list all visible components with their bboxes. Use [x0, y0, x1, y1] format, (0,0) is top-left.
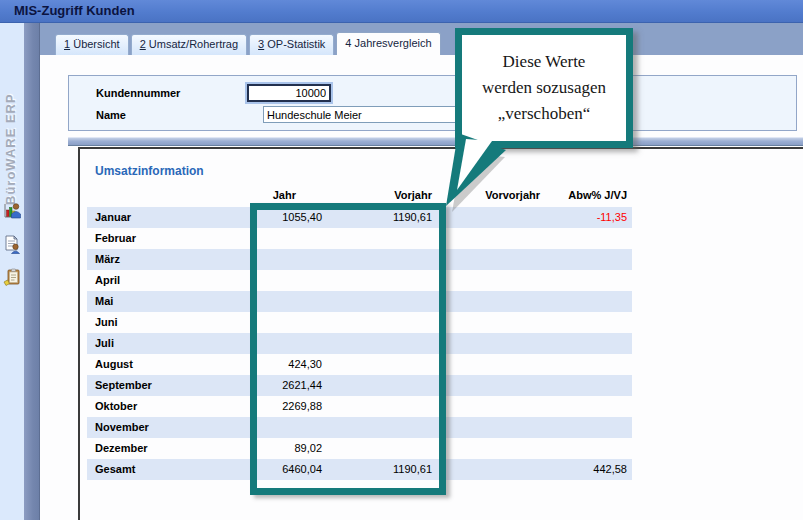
cell-month: Gesamt — [87, 459, 247, 480]
cell-month: Juli — [87, 333, 247, 354]
cell-vorvorjahr — [432, 375, 540, 396]
tab-3-opstatistik[interactable]: 3 OP-Statistik — [249, 34, 334, 55]
tab-1-bersicht[interactable]: 1 Übersicht — [55, 34, 129, 55]
cell-vorvorjahr — [432, 312, 540, 333]
cell-abw — [540, 438, 632, 459]
cell-vorvorjahr — [432, 438, 540, 459]
column-header-jahr: Jahr — [247, 188, 322, 203]
table-frame-top — [78, 147, 803, 149]
table-frame-left — [78, 147, 80, 520]
tab-2-umsatzrohertrag[interactable]: 2 Umsatz/Rohertrag — [131, 34, 247, 55]
cell-month: April — [87, 270, 247, 291]
cell-abw — [540, 396, 632, 417]
cell-abw — [540, 354, 632, 375]
cell-month: März — [87, 249, 247, 270]
section-divider — [68, 137, 803, 146]
cell-month: September — [87, 375, 247, 396]
callout-bubble: Diese Werte werden sozusagen „verschoben… — [455, 28, 633, 148]
cell-abw — [540, 375, 632, 396]
cell-vorvorjahr — [432, 207, 540, 228]
column-header-abw: Abw% J/VJ — [540, 188, 632, 203]
cell-vorvorjahr — [432, 270, 540, 291]
cell-abw — [540, 270, 632, 291]
cell-vorvorjahr — [432, 228, 540, 249]
sidebar: BüroWARE ERP — [0, 23, 24, 520]
cell-abw — [540, 249, 632, 270]
tab-4-jahresvergleich[interactable]: 4 Jahresvergleich — [336, 32, 440, 55]
cell-month: November — [87, 417, 247, 438]
cell-abw — [540, 228, 632, 249]
cell-month: Mai — [87, 291, 247, 312]
column-header-month — [87, 188, 247, 203]
cell-abw — [540, 312, 632, 333]
customer-statistics-icon[interactable] — [2, 201, 22, 221]
customer-report-icon[interactable] — [2, 234, 22, 254]
cell-month: Februar — [87, 228, 247, 249]
cell-vorvorjahr — [432, 396, 540, 417]
table-header-row: Jahr Vorjahr Vorvorjahr Abw% J/VJ — [87, 188, 632, 203]
column-header-vorjahr: Vorjahr — [322, 188, 432, 203]
customer-form-panel: Kundennummer Name — [68, 75, 797, 131]
tab-bar: 1 Übersicht2 Umsatz/Rohertrag3 OP-Statis… — [55, 32, 441, 55]
callout-line-1: Diese Werte — [503, 49, 586, 75]
sidebar-rail — [24, 23, 40, 520]
callout-line-3: „verschoben“ — [498, 101, 591, 127]
highlight-rectangle — [250, 203, 446, 495]
cell-abw — [540, 333, 632, 354]
cell-vorvorjahr — [432, 291, 540, 312]
cell-vorvorjahr — [432, 417, 540, 438]
cell-month: Juni — [87, 312, 247, 333]
cell-abw — [540, 291, 632, 312]
cell-vorvorjahr — [432, 333, 540, 354]
cell-vorvorjahr — [432, 354, 540, 375]
window-title: MIS-Zugriff Kunden — [0, 0, 135, 22]
cell-abw — [540, 417, 632, 438]
cell-abw: -11,35 — [540, 207, 632, 228]
column-header-vorvorjahr: Vorvorjahr — [432, 188, 540, 203]
sidebar-toolbar — [2, 201, 22, 287]
cell-vorvorjahr — [432, 249, 540, 270]
section-title: Umsatzinformation — [95, 164, 204, 178]
cell-month: Dezember — [87, 438, 247, 459]
kundennummer-input[interactable] — [247, 84, 331, 102]
cell-abw: 442,58 — [540, 459, 632, 480]
clipboard-notes-icon[interactable] — [2, 267, 22, 287]
cell-vorvorjahr — [432, 459, 540, 480]
name-label: Name — [96, 109, 126, 121]
cell-month: Januar — [87, 207, 247, 228]
cell-month: August — [87, 354, 247, 375]
brand-vertical-label: BüroWARE ERP — [3, 35, 18, 205]
application-window: MIS-Zugriff Kunden BüroWARE ERP — [0, 0, 803, 520]
kundennummer-label: Kundennummer — [96, 87, 180, 99]
callout-line-2: werden sozusagen — [482, 75, 606, 101]
window-titlebar: MIS-Zugriff Kunden — [0, 0, 803, 23]
cell-month: Oktober — [87, 396, 247, 417]
